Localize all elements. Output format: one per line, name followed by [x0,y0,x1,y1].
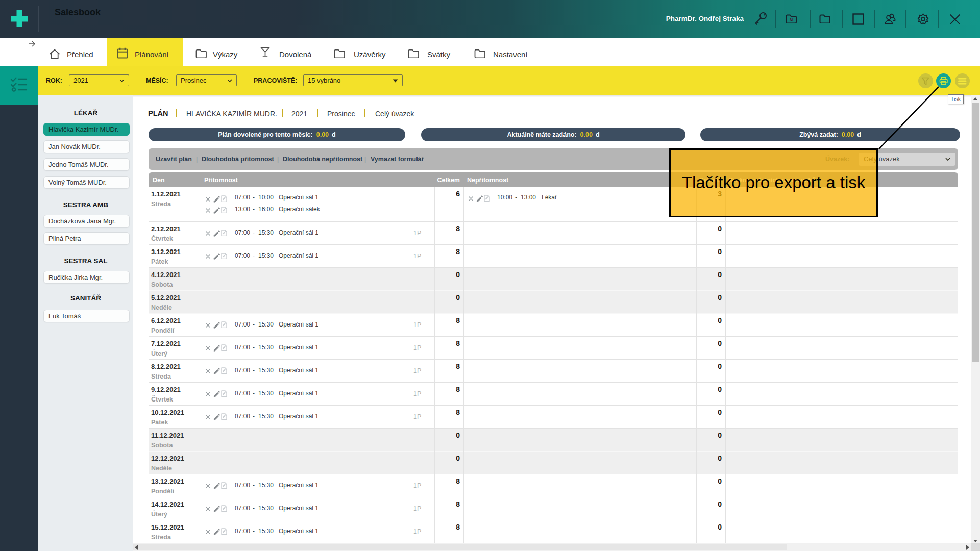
svg-text:N: N [790,17,793,22]
